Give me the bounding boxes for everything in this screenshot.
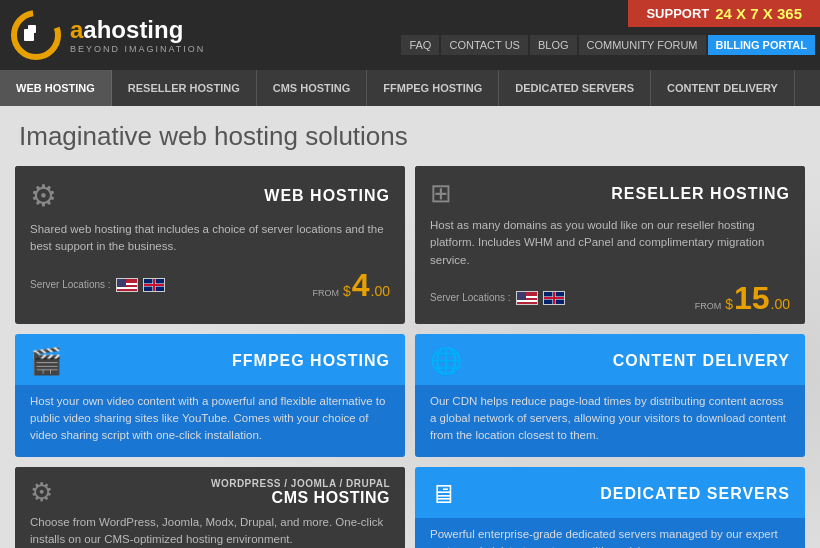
price-from-reseller: FROM bbox=[695, 301, 722, 311]
price-main-web: 4 bbox=[352, 269, 370, 301]
price-cent-reseller: .00 bbox=[771, 296, 790, 312]
price-main-reseller: 15 bbox=[734, 282, 770, 314]
nav-link-billing[interactable]: BILLING PORTAL bbox=[708, 35, 815, 55]
card-dedicated-title: DEDICATED SERVERS bbox=[600, 485, 790, 503]
card-reseller-desc: Host as many domains as you would like o… bbox=[430, 217, 790, 269]
card-web-hosting: ⚙ WEB HOSTING Shared web hosting that in… bbox=[15, 166, 405, 324]
top-nav: WEB HOSTING RESELLER HOSTING CMS HOSTING… bbox=[0, 70, 820, 106]
top-nav-ffmpeg-hosting[interactable]: FFMPEG HOSTING bbox=[367, 70, 499, 106]
locations-label-web: Server Locations : bbox=[30, 279, 111, 290]
card-ffmpeg-desc: Host your own video content with a power… bbox=[30, 393, 390, 445]
top-nav-web-hosting[interactable]: WEB HOSTING bbox=[0, 70, 112, 106]
card-ffmpeg-title: FFMPEG HOSTING bbox=[232, 352, 390, 370]
nav-link-contact[interactable]: CONTACT US bbox=[441, 35, 528, 55]
card-web-hosting-title: WEB HOSTING bbox=[264, 187, 390, 205]
nav-link-community[interactable]: COMMUNITY FORUM bbox=[579, 35, 706, 55]
globe-icon: 🌐 bbox=[430, 346, 462, 377]
svg-rect-2 bbox=[28, 25, 36, 33]
support-hours: 24 X 7 X 365 bbox=[715, 5, 802, 22]
apps-icon: ⊞ bbox=[430, 178, 452, 209]
server-locations-reseller: Server Locations : bbox=[430, 291, 565, 305]
card-cdn-desc: Our CDN helps reduce page-load times by … bbox=[430, 393, 790, 445]
cog-small-icon: ⚙ bbox=[30, 477, 53, 508]
top-nav-dedicated-servers[interactable]: DEDICATED SERVERS bbox=[499, 70, 651, 106]
nav-link-blog[interactable]: BLOG bbox=[530, 35, 577, 55]
cms-title-line2: CMS HOSTING bbox=[211, 489, 390, 507]
card-cms-desc: Choose from WordPress, Joomla, Modx, Dru… bbox=[30, 514, 390, 549]
logo-tagline: BEYOND IMAGINATION bbox=[70, 44, 205, 54]
card-web-hosting-desc: Shared web hosting that includes a choic… bbox=[30, 221, 390, 256]
card-dedicated-desc: Powerful enterprise-grade dedicated serv… bbox=[430, 526, 790, 549]
server-icon: 🖥 bbox=[430, 479, 456, 510]
price-web-hosting: FROM $ 4 .00 bbox=[312, 269, 390, 301]
card-cdn-title: CONTENT DELIVERY bbox=[613, 352, 790, 370]
card-content-delivery: 🌐 CONTENT DELIVERY Our CDN helps reduce … bbox=[415, 334, 805, 457]
top-nav-reseller-hosting[interactable]: RESELLER HOSTING bbox=[112, 70, 257, 106]
card-reseller-hosting-title: RESELLER HOSTING bbox=[611, 185, 790, 203]
card-ffmpeg-hosting: 🎬 FFMPEG HOSTING Host your own video con… bbox=[15, 334, 405, 457]
price-cent-web: .00 bbox=[371, 283, 390, 299]
gear-icon: ⚙ bbox=[30, 178, 57, 213]
price-reseller-hosting: FROM $ 15 .00 bbox=[695, 282, 790, 314]
header: aahosting BEYOND IMAGINATION SUPPORT 24 … bbox=[0, 0, 820, 70]
nav-links: FAQ CONTACT US BLOG COMMUNITY FORUM BILL… bbox=[401, 27, 820, 55]
svg-point-0 bbox=[14, 13, 58, 57]
card-reseller-hosting: ⊞ RESELLER HOSTING Host as many domains … bbox=[415, 166, 805, 324]
cards-grid: ⚙ WEB HOSTING Shared web hosting that in… bbox=[15, 166, 805, 548]
logo-accent: a bbox=[70, 16, 83, 43]
cms-title-line1: WORDPRESS / JOOMLA / DRUPAL bbox=[211, 478, 390, 489]
dollar-reseller: $ bbox=[725, 296, 733, 312]
support-bar: SUPPORT 24 X 7 X 365 bbox=[628, 0, 820, 27]
logo-brand: ahosting bbox=[83, 16, 183, 43]
locations-label-reseller: Server Locations : bbox=[430, 292, 511, 303]
dollar-web: $ bbox=[343, 283, 351, 299]
flag-gb-reseller bbox=[543, 291, 565, 305]
price-from-web: FROM bbox=[312, 288, 339, 298]
flag-us-reseller bbox=[516, 291, 538, 305]
logo-icon bbox=[10, 9, 62, 61]
video-icon: 🎬 bbox=[30, 346, 62, 377]
top-nav-cms-hosting[interactable]: CMS HOSTING bbox=[257, 70, 368, 106]
page-title: Imaginative web hosting solutions bbox=[15, 121, 805, 152]
flag-us-web bbox=[116, 278, 138, 292]
support-label: SUPPORT bbox=[646, 6, 709, 21]
logo-text: aahosting BEYOND IMAGINATION bbox=[70, 16, 205, 54]
card-dedicated-servers: 🖥 DEDICATED SERVERS Powerful enterprise-… bbox=[415, 467, 805, 549]
logo-area: aahosting BEYOND IMAGINATION bbox=[10, 9, 205, 61]
top-nav-content-delivery[interactable]: CONTENT DELIVERY bbox=[651, 70, 795, 106]
main-content: Imaginative web hosting solutions ⚙ WEB … bbox=[0, 106, 820, 548]
card-cms-title: WORDPRESS / JOOMLA / DRUPAL CMS HOSTING bbox=[211, 478, 390, 507]
card-cms-hosting: ⚙ WORDPRESS / JOOMLA / DRUPAL CMS HOSTIN… bbox=[15, 467, 405, 549]
nav-link-faq[interactable]: FAQ bbox=[401, 35, 439, 55]
server-locations-web: Server Locations : bbox=[30, 278, 165, 292]
flag-gb-web bbox=[143, 278, 165, 292]
header-right: SUPPORT 24 X 7 X 365 FAQ CONTACT US BLOG… bbox=[401, 0, 820, 70]
